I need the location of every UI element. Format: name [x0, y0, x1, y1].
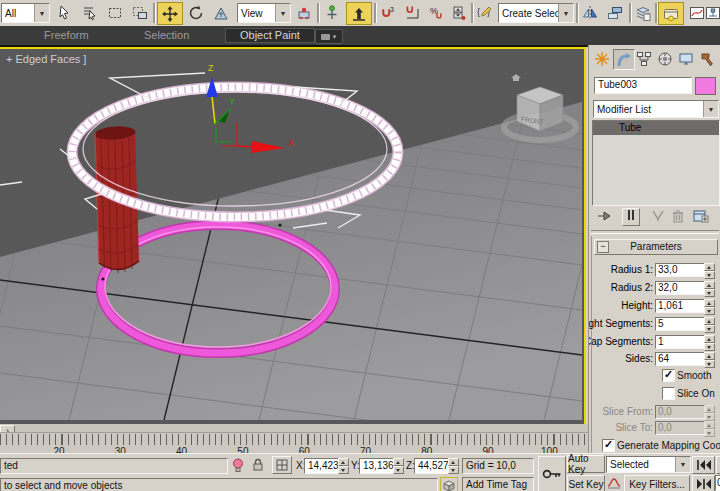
layer-manager-button[interactable]: [632, 2, 654, 23]
modifier-list-dropdown[interactable]: Modifier List ▼: [593, 100, 719, 118]
y-coordinate-field[interactable]: 13,136: [359, 458, 394, 474]
magnet-3d-icon: 3: [381, 5, 397, 21]
modifier-stack-toolbar: [589, 207, 720, 227]
set-keys-button[interactable]: [538, 456, 566, 491]
selection-filter-dropdown[interactable]: All ▼: [1, 3, 50, 23]
selection-lock-toggle[interactable]: [251, 457, 265, 473]
coord-system-value: View: [238, 8, 275, 19]
tab-object-paint[interactable]: Object Paint: [225, 28, 315, 43]
spinner-magnet-icon: [452, 5, 466, 21]
add-time-tag[interactable]: Add Time Tag: [462, 477, 534, 491]
command-panel: Tube003 Modifier List ▼ Tube − Parameter: [588, 45, 720, 455]
radius1-spinner[interactable]: [704, 263, 713, 277]
select-and-move-button[interactable]: [157, 2, 183, 25]
angle-snap-toggle-button[interactable]: [402, 2, 424, 23]
tab-selection[interactable]: Selection: [130, 28, 203, 43]
x-spinner[interactable]: [338, 458, 347, 472]
keyboard-shortcut-override-button[interactable]: [346, 2, 372, 25]
chevron-down-icon: ▼: [675, 457, 690, 472]
sides-field[interactable]: 64: [655, 352, 706, 366]
hierarchy-icon: [636, 51, 652, 67]
graphite-modeling-tools-toggle[interactable]: [658, 2, 684, 25]
rectangular-selection-region-button[interactable]: [104, 2, 126, 23]
tab-motion[interactable]: [655, 49, 675, 68]
object-name-field[interactable]: Tube003: [594, 77, 692, 94]
smooth-checkbox[interactable]: [662, 369, 675, 382]
edit-named-selection-sets-button[interactable]: {}: [474, 2, 496, 23]
show-end-result-button[interactable]: [622, 208, 640, 226]
reference-coordinate-system-dropdown[interactable]: View ▼: [237, 3, 291, 23]
sides-spinner[interactable]: [704, 352, 713, 366]
modifier-stack-item-tube[interactable]: Tube: [593, 121, 719, 135]
slice-on-checkbox[interactable]: [662, 387, 675, 400]
default-tangent-button[interactable]: [606, 475, 622, 491]
generate-mapping-checkbox[interactable]: [602, 439, 615, 452]
make-unique-button[interactable]: [651, 210, 665, 224]
height-segments-spinner[interactable]: [704, 317, 713, 331]
radius2-field[interactable]: 32,0: [655, 281, 706, 295]
auto-key-button[interactable]: Auto Key: [567, 455, 605, 473]
key-filters-button[interactable]: Key Filters...: [624, 475, 690, 491]
use-pivot-point-center-button[interactable]: [293, 2, 315, 23]
tab-create[interactable]: [592, 49, 612, 68]
tab-freeform[interactable]: Freeform: [30, 28, 103, 43]
object-color-swatch[interactable]: [695, 77, 716, 95]
isolate-selection-toggle[interactable]: [231, 457, 245, 473]
transform-gizmo-toggle[interactable]: [272, 456, 292, 474]
named-selection-sets-dropdown[interactable]: Create Selection Se ▼: [498, 3, 574, 23]
move-gizmo[interactable]: Z Y X: [206, 63, 294, 153]
parameters-rollout-header[interactable]: − Parameters: [594, 239, 718, 255]
y-spinner[interactable]: [393, 458, 402, 472]
set-key-button[interactable]: Set Key: [567, 475, 605, 491]
select-object-button[interactable]: [54, 2, 76, 23]
go-to-start-button[interactable]: [692, 456, 715, 474]
remove-modifier-button[interactable]: [671, 209, 685, 225]
viewcube-home-icon[interactable]: [511, 74, 521, 81]
current-frame-field[interactable]: 0: [715, 475, 720, 491]
tab-modify[interactable]: [613, 49, 635, 70]
curve-editor-icon: [689, 5, 705, 21]
tab-hierarchy[interactable]: [634, 49, 654, 68]
select-and-manipulate-button[interactable]: [321, 2, 343, 23]
set-key-label: Set Key: [568, 479, 603, 490]
adaptive-degradation-toggle[interactable]: [440, 477, 458, 491]
param-label: Slice From:: [592, 406, 653, 417]
y-coordinate-value: 13,136: [360, 459, 393, 473]
x-coordinate-field[interactable]: 14,423: [304, 458, 339, 474]
z-spinner[interactable]: [448, 458, 457, 472]
select-and-rotate-button[interactable]: [185, 2, 207, 23]
select-by-name-button[interactable]: [79, 2, 101, 23]
select-and-scale-button[interactable]: [210, 2, 232, 23]
modifier-stack[interactable]: Tube: [592, 120, 720, 206]
display-icon: [678, 51, 694, 67]
previous-frame-button-partial[interactable]: [716, 456, 720, 474]
height-segments-field[interactable]: 5: [655, 317, 706, 331]
schematic-view-button[interactable]: [705, 2, 720, 23]
active-viewport[interactable]: Z Y X FRONT + Edged Faces ]: [0, 47, 586, 426]
modify-icon: [616, 52, 632, 68]
cap-segments-spinner[interactable]: [704, 335, 713, 349]
z-coordinate-field[interactable]: 44,527: [414, 458, 449, 474]
viewport-shading-label[interactable]: + Edged Faces ]: [6, 53, 86, 65]
height-field[interactable]: 1,061: [655, 299, 706, 313]
spinner-snap-toggle-button[interactable]: [450, 2, 468, 23]
radius1-field[interactable]: 33,0: [655, 263, 706, 277]
pin-stack-button[interactable]: [597, 209, 613, 225]
configure-modifier-sets-button[interactable]: [693, 209, 709, 225]
move-arrows-icon: [162, 6, 178, 22]
key-mode-dropdown[interactable]: Selected ▼: [606, 456, 691, 473]
tab-display[interactable]: [676, 49, 696, 68]
align-button[interactable]: [604, 2, 626, 23]
window-crossing-icon: [132, 5, 148, 21]
key-step-toggle-button[interactable]: [692, 475, 715, 491]
ribbon-display-options-button[interactable]: ▼: [315, 29, 343, 44]
snaps-toggle-3d-button[interactable]: 3: [378, 2, 400, 23]
tab-utilities[interactable]: [697, 49, 717, 68]
radius2-spinner[interactable]: [704, 281, 713, 295]
grid-size-text: Grid = 10,0: [463, 459, 533, 473]
mirror-button[interactable]: [579, 2, 601, 23]
percent-snap-toggle-button[interactable]: %: [426, 2, 448, 23]
window-crossing-toggle-button[interactable]: [129, 2, 151, 23]
cap-segments-field[interactable]: 1: [655, 335, 706, 349]
height-spinner[interactable]: [704, 299, 713, 313]
